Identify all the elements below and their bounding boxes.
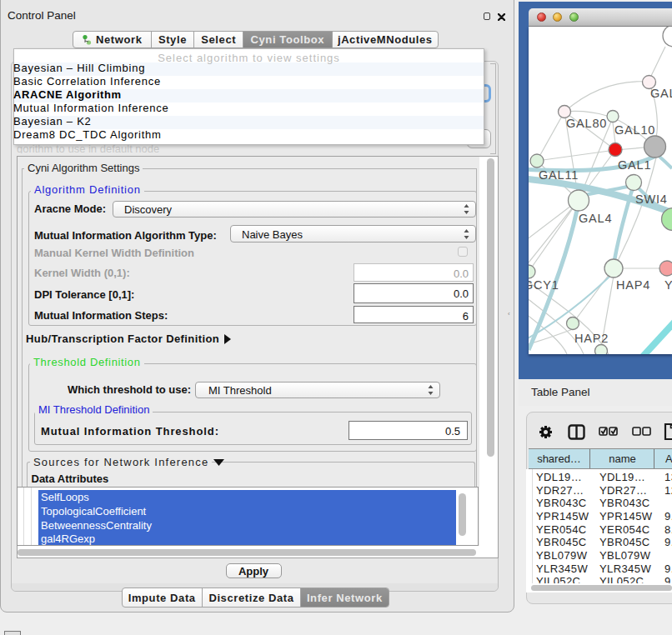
svg-text:GAL1: GAL1 (618, 158, 651, 172)
svg-text:GAL11: GAL11 (539, 168, 579, 182)
svg-text:GAL80: GAL80 (566, 117, 607, 130)
svg-text:HAP4: HAP4 (616, 278, 650, 292)
svg-text:GAL4: GAL4 (579, 212, 612, 225)
svg-text:GAL10: GAL10 (614, 123, 655, 137)
svg-text:GAL: GAL (650, 87, 672, 100)
svg-text:HAP2: HAP2 (574, 332, 609, 345)
svg-text:Y: Y (664, 278, 672, 292)
svg-text:GCY1: GCY1 (529, 278, 559, 292)
svg-text:SWI4: SWI4 (635, 192, 668, 206)
